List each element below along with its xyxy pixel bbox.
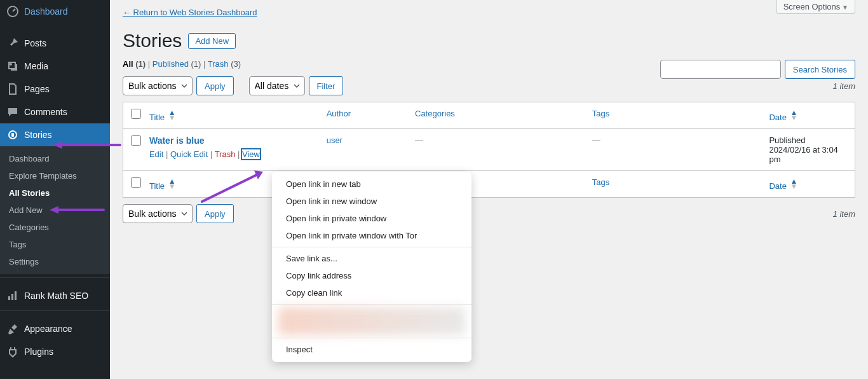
column-tags: Tags xyxy=(586,102,763,129)
sidebar-label: Posts xyxy=(24,38,46,48)
context-open-new-tab[interactable]: Open link in new tab xyxy=(272,176,471,193)
pin-icon xyxy=(6,37,19,50)
sidebar-label: Stories xyxy=(24,130,52,140)
column-title-sort[interactable]: Title ▲▼ xyxy=(149,113,176,122)
comments-icon xyxy=(6,106,19,118)
svg-rect-4 xyxy=(8,296,10,300)
admin-sidebar: Dashboard Posts Media Pages Comments Sto… xyxy=(0,0,110,379)
column-author: Author xyxy=(320,102,409,129)
filter-button[interactable]: Filter xyxy=(309,76,344,95)
column-date-sort-bottom[interactable]: Date ▲▼ xyxy=(769,181,797,191)
edit-link[interactable]: Edit xyxy=(149,149,163,159)
add-new-button[interactable]: Add New xyxy=(188,33,236,49)
media-icon xyxy=(6,60,19,72)
sidebar-item-appearance[interactable]: Appearance xyxy=(0,317,110,340)
sort-icon: ▲▼ xyxy=(168,109,176,121)
screen-options-button[interactable]: Screen Options xyxy=(776,0,855,14)
apply-button-bottom[interactable]: Apply xyxy=(196,204,234,223)
main-content: Screen Options ← Return to Web Stories D… xyxy=(110,0,868,230)
svg-rect-3 xyxy=(11,133,14,137)
context-inspect[interactable]: Inspect xyxy=(272,341,471,358)
sidebar-sub-settings[interactable]: Settings xyxy=(0,253,110,270)
sidebar-sub-all-stories[interactable]: All Stories xyxy=(0,184,110,202)
select-all-checkbox-bottom[interactable] xyxy=(131,177,141,188)
svg-rect-6 xyxy=(15,291,17,300)
context-save-link[interactable]: Save link as... xyxy=(272,250,471,267)
filter-published-link[interactable]: Published (1) xyxy=(153,59,201,69)
svg-point-1 xyxy=(10,63,12,65)
dashboard-icon xyxy=(6,5,19,18)
sidebar-sub-tags[interactable]: Tags xyxy=(0,236,110,253)
context-copy-clean-link[interactable]: Copy clean link xyxy=(272,284,471,301)
row-checkbox[interactable] xyxy=(131,135,141,146)
date-filter-select[interactable]: All dates xyxy=(249,76,305,95)
apply-button-top[interactable]: Apply xyxy=(196,76,234,95)
sidebar-item-dashboard[interactable]: Dashboard xyxy=(0,0,110,23)
bulk-actions-select-bottom[interactable]: Bulk actions xyxy=(123,204,193,223)
filter-all-link[interactable]: All (1) xyxy=(123,59,146,69)
trash-link[interactable]: Trash xyxy=(215,149,236,159)
context-menu: Open link in new tab Open link in new wi… xyxy=(272,172,471,362)
sidebar-sub-explore-templates[interactable]: Explore Templates xyxy=(0,167,110,184)
sidebar-label: Appearance xyxy=(24,324,72,334)
view-link[interactable]: View xyxy=(242,149,260,159)
column-date-sort[interactable]: Date ▲▼ xyxy=(769,113,797,122)
sidebar-label: Rank Math SEO xyxy=(24,291,88,301)
row-date: Published 2024/02/16 at 3:04 pm xyxy=(763,129,855,170)
page-title: Stories xyxy=(123,30,182,52)
appearance-icon xyxy=(6,322,19,335)
sidebar-item-rank-math[interactable]: Rank Math SEO xyxy=(0,284,110,307)
sidebar-item-stories[interactable]: Stories xyxy=(0,123,110,146)
filter-trash-link[interactable]: Trash (3) xyxy=(208,59,241,69)
context-copy-link[interactable]: Copy link address xyxy=(272,267,471,284)
sidebar-label: Plugins xyxy=(24,347,53,357)
table-row: Water is blue Edit | Quick Edit | Trash … xyxy=(123,129,855,170)
context-open-new-window[interactable]: Open link in new window xyxy=(272,193,471,210)
author-link[interactable]: user xyxy=(327,135,342,145)
sidebar-item-posts[interactable]: Posts xyxy=(0,32,110,55)
sidebar-submenu-stories: Dashboard Explore Templates All Stories … xyxy=(0,146,110,274)
chart-icon xyxy=(6,289,19,302)
item-count-bottom: 1 item xyxy=(833,209,855,219)
sort-icon: ▲▼ xyxy=(790,177,798,190)
sort-icon: ▲▼ xyxy=(790,109,798,121)
stories-icon xyxy=(6,128,19,141)
row-tags: — xyxy=(586,129,763,170)
sidebar-label: Dashboard xyxy=(24,6,68,17)
bulk-actions-select-top[interactable]: Bulk actions xyxy=(123,76,193,95)
item-count-top: 1 item xyxy=(833,81,855,91)
stories-table: Title ▲▼ Author Categories Tags Date ▲▼ … xyxy=(123,102,855,198)
sidebar-sub-add-new[interactable]: Add New xyxy=(0,202,110,219)
sidebar-label: Media xyxy=(24,61,48,71)
sidebar-item-plugins[interactable]: Plugins xyxy=(0,340,110,363)
svg-rect-5 xyxy=(11,294,13,300)
sidebar-sub-categories[interactable]: Categories xyxy=(0,219,110,236)
plugins-icon xyxy=(6,345,19,358)
quick-edit-link[interactable]: Quick Edit xyxy=(170,149,208,159)
sidebar-item-pages[interactable]: Pages xyxy=(0,78,110,100)
column-title-sort-bottom[interactable]: Title ▲▼ xyxy=(149,181,176,191)
select-all-checkbox-top[interactable] xyxy=(131,109,141,119)
row-categories: — xyxy=(409,129,586,170)
context-open-private-tor[interactable]: Open link in private window with Tor xyxy=(272,227,471,244)
context-open-private[interactable]: Open link in private window xyxy=(272,210,471,227)
row-actions: Edit | Quick Edit | Trash | View xyxy=(149,149,314,159)
sidebar-sub-dashboard[interactable]: Dashboard xyxy=(0,150,110,167)
sidebar-item-comments[interactable]: Comments xyxy=(0,100,110,123)
row-title-link[interactable]: Water is blue xyxy=(149,135,205,146)
column-tags-bottom: Tags xyxy=(586,170,763,197)
context-blurred-section xyxy=(278,307,465,335)
return-to-dashboard-link[interactable]: ← Return to Web Stories Dashboard xyxy=(123,8,257,17)
sidebar-label: Pages xyxy=(24,84,50,94)
sort-icon: ▲▼ xyxy=(168,177,176,190)
sidebar-label: Comments xyxy=(24,107,67,117)
sidebar-item-media[interactable]: Media xyxy=(0,55,110,78)
pages-icon xyxy=(6,83,19,95)
column-categories: Categories xyxy=(409,102,586,129)
